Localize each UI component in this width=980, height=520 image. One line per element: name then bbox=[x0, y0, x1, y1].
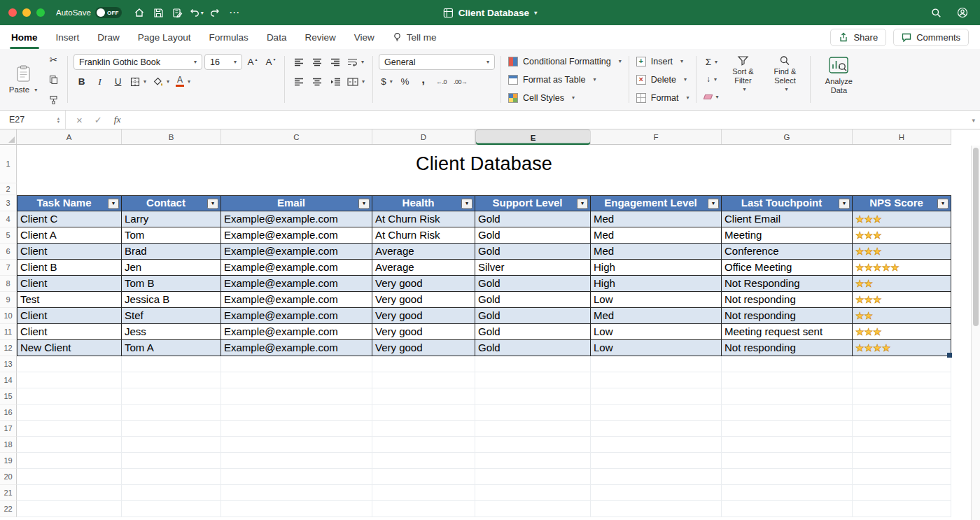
indent-button[interactable] bbox=[327, 73, 343, 90]
select-all-corner[interactable] bbox=[0, 129, 17, 144]
cell-A20[interactable] bbox=[17, 469, 122, 485]
conditional-formatting-button[interactable]: Conditional Formatting▾ bbox=[507, 54, 623, 69]
cell-E12[interactable]: Gold bbox=[475, 340, 591, 356]
cell-F20[interactable] bbox=[591, 469, 722, 485]
cell-C4[interactable]: Example@example.com bbox=[221, 211, 372, 227]
bold-button[interactable]: B bbox=[74, 73, 90, 90]
align-middle-button[interactable] bbox=[309, 54, 325, 70]
cell-A10[interactable]: Client bbox=[17, 308, 122, 324]
table-header-G3[interactable]: Last Touchpoint▾ bbox=[722, 195, 853, 211]
cell-E9[interactable]: Gold bbox=[475, 292, 591, 308]
table-header-H3[interactable]: NPS Score▾ bbox=[853, 195, 951, 211]
font-color-button[interactable]: A ▾ bbox=[174, 73, 192, 90]
column-header-A[interactable]: A bbox=[17, 129, 122, 144]
cell-B5[interactable]: Tom bbox=[122, 227, 221, 244]
cell-H12[interactable]: ★★★★ bbox=[853, 340, 951, 356]
cell-C19[interactable] bbox=[221, 453, 372, 469]
enter-icon[interactable]: ✓ bbox=[94, 115, 102, 125]
row-header-12[interactable]: 12 bbox=[0, 340, 17, 356]
cell-D16[interactable] bbox=[372, 405, 475, 421]
cell-C11[interactable]: Example@example.com bbox=[221, 324, 372, 340]
cell-A15[interactable] bbox=[17, 388, 122, 405]
cell-F8[interactable]: High bbox=[591, 276, 722, 292]
cell-E5[interactable]: Gold bbox=[475, 227, 591, 244]
fill-button[interactable]: ↓▾ bbox=[702, 71, 720, 87]
cell-G18[interactable] bbox=[722, 437, 853, 453]
cell-H15[interactable] bbox=[853, 388, 951, 405]
cell-E16[interactable] bbox=[475, 405, 591, 421]
table-header-B3[interactable]: Contact▾ bbox=[122, 195, 221, 211]
cell-B10[interactable]: Stef bbox=[122, 308, 221, 324]
cell-G12[interactable]: Not responding bbox=[722, 340, 853, 356]
cell-H10[interactable]: ★★ bbox=[853, 308, 951, 324]
row-header-17[interactable]: 17 bbox=[0, 421, 17, 437]
cell-C9[interactable]: Example@example.com bbox=[221, 292, 372, 308]
cell-F5[interactable]: Med bbox=[591, 227, 722, 244]
cell-G14[interactable] bbox=[722, 372, 853, 388]
formula-bar-expand-icon[interactable]: ▾ bbox=[972, 117, 975, 124]
cell-D11[interactable]: Very good bbox=[372, 324, 475, 340]
grow-font-button[interactable]: A▴ bbox=[244, 54, 260, 70]
cell-H5[interactable]: ★★★ bbox=[853, 227, 951, 244]
row-header-3[interactable]: 3 bbox=[0, 195, 17, 211]
filter-dropdown-button[interactable]: ▾ bbox=[839, 198, 850, 209]
cell-A4[interactable]: Client C bbox=[17, 211, 122, 227]
cell-G19[interactable] bbox=[722, 453, 853, 469]
row-header-1[interactable]: 1 bbox=[0, 145, 17, 183]
cell-E14[interactable] bbox=[475, 372, 591, 388]
cell-E17[interactable] bbox=[475, 421, 591, 437]
insert-function-icon[interactable]: fx bbox=[114, 114, 121, 125]
cell-A12[interactable]: New Client bbox=[17, 340, 122, 356]
align-top-button[interactable] bbox=[290, 54, 307, 70]
cell-D12[interactable]: Very good bbox=[372, 340, 475, 356]
row-header-22[interactable]: 22 bbox=[0, 501, 17, 517]
tab-home[interactable]: Home bbox=[11, 25, 38, 49]
cell-E18[interactable] bbox=[475, 437, 591, 453]
minimize-window-button[interactable] bbox=[22, 8, 31, 17]
undo-button[interactable]: ▾ bbox=[187, 4, 206, 21]
cell-D4[interactable]: At Churn Risk bbox=[372, 211, 475, 227]
filter-dropdown-button[interactable]: ▾ bbox=[708, 198, 719, 209]
column-header-E[interactable]: E bbox=[475, 129, 591, 146]
redo-button[interactable] bbox=[206, 4, 225, 21]
cell-D10[interactable]: Very good bbox=[372, 308, 475, 324]
cell-B22[interactable] bbox=[122, 501, 221, 517]
table-header-A3[interactable]: Task Name▾ bbox=[17, 195, 122, 211]
cell-B16[interactable] bbox=[122, 405, 221, 421]
comma-format-button[interactable]: , bbox=[415, 73, 431, 90]
delete-cells-button[interactable]: ×Delete▾ bbox=[635, 72, 691, 87]
column-header-B[interactable]: B bbox=[122, 129, 221, 144]
borders-button[interactable]: ▾ bbox=[128, 73, 148, 90]
cell-H18[interactable] bbox=[853, 437, 951, 453]
align-bottom-button[interactable] bbox=[327, 54, 343, 70]
cell-F16[interactable] bbox=[591, 405, 722, 421]
cell-A21[interactable] bbox=[17, 485, 122, 501]
format-painter-button[interactable] bbox=[46, 92, 62, 108]
cell-C15[interactable] bbox=[221, 388, 372, 405]
cell-F21[interactable] bbox=[591, 485, 722, 501]
cell-H4[interactable]: ★★★ bbox=[853, 211, 951, 227]
sort-filter-button[interactable]: Sort & Filter ▾ bbox=[723, 54, 762, 105]
currency-format-button[interactable]: $▾ bbox=[379, 73, 395, 90]
font-name-select[interactable]: Franklin Gothic Book▾ bbox=[74, 54, 202, 70]
filter-dropdown-button[interactable]: ▾ bbox=[461, 198, 472, 209]
cell-F6[interactable]: Med bbox=[591, 244, 722, 260]
save-button[interactable] bbox=[149, 4, 168, 21]
cell-E19[interactable] bbox=[475, 453, 591, 469]
cell-E11[interactable]: Gold bbox=[475, 324, 591, 340]
comments-button[interactable]: Comments bbox=[893, 29, 969, 46]
zoom-window-button[interactable] bbox=[36, 8, 45, 17]
table-header-C3[interactable]: Email▾ bbox=[221, 195, 372, 211]
row-header-4[interactable]: 4 bbox=[0, 211, 17, 227]
cell-F18[interactable] bbox=[591, 437, 722, 453]
copy-button[interactable] bbox=[46, 71, 62, 87]
table-header-F3[interactable]: Engagement Level▾ bbox=[591, 195, 722, 211]
cut-button[interactable]: ✂ bbox=[46, 51, 62, 67]
cell-B8[interactable]: Tom B bbox=[122, 276, 221, 292]
cell-B11[interactable]: Jess bbox=[122, 324, 221, 340]
row-header-6[interactable]: 6 bbox=[0, 244, 17, 260]
decrease-decimal-button[interactable]: .00→ bbox=[451, 73, 470, 90]
name-box[interactable]: E27 ▴▾ bbox=[0, 111, 66, 129]
cell-F22[interactable] bbox=[591, 501, 722, 517]
cell-H11[interactable]: ★★★ bbox=[853, 324, 951, 340]
